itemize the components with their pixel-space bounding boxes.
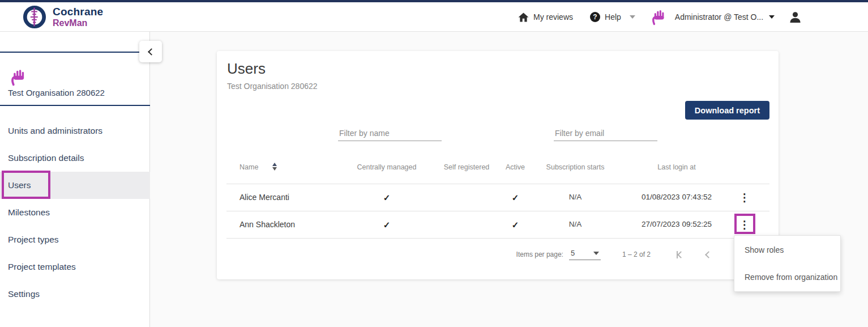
download-report-button[interactable]: Download report (685, 101, 769, 120)
page-subtitle: Test Organisation 280622 (227, 82, 318, 91)
first-page-button[interactable] (677, 251, 683, 258)
help-caret-down-icon[interactable] (630, 15, 635, 19)
cell-subscription-starts: N/A (569, 220, 582, 228)
sidebar-divider-bottom (0, 105, 150, 106)
sort-up-arrow (272, 163, 277, 166)
sidebar-org-name: Test Organisation 280622 (8, 88, 105, 97)
sidebar-item-settings[interactable]: Settings (0, 281, 150, 308)
caret-down-icon (593, 252, 599, 255)
sidebar-item-users[interactable]: Users (0, 172, 150, 199)
pagination-range: 1 – 2 of 2 (622, 250, 651, 258)
filter-by-email-field (554, 127, 657, 141)
sidebar-collapse-button[interactable] (139, 41, 162, 62)
top-bar: Cochrane RevMan My reviews ? Help Admini… (0, 2, 868, 32)
column-header-name[interactable]: Name (240, 163, 258, 171)
organization-hand-icon (10, 68, 26, 87)
row-actions-context-menu: Show roles Remove from organization (734, 235, 841, 292)
home-icon (518, 12, 529, 22)
app-window: Cochrane RevMan My reviews ? Help Admini… (0, 0, 868, 327)
pagination-controls (677, 251, 739, 258)
cell-last-login-at: 27/07/2023 09:52:25 (642, 220, 712, 228)
account-caret-down-icon[interactable] (769, 15, 775, 19)
check-icon: ✓ (383, 220, 391, 230)
items-per-page-select[interactable]: 5 (569, 249, 601, 260)
check-icon: ✓ (383, 193, 391, 203)
column-header-active: Active (506, 163, 525, 171)
sort-icon[interactable] (272, 163, 277, 171)
filter-by-email-input[interactable] (554, 127, 657, 141)
account-menu[interactable]: Administrator @ Test O... (675, 12, 763, 22)
column-header-subscription-starts: Subscription starts (546, 163, 605, 171)
help-icon: ? (590, 12, 600, 22)
brand-line1: Cochrane (53, 6, 103, 18)
items-per-page-label: Items per page: (516, 250, 563, 258)
column-header-self-registered: Self registered (444, 163, 490, 171)
menu-item-remove-from-organization[interactable]: Remove from organization (734, 264, 840, 291)
brand-wordmark[interactable]: Cochrane RevMan (53, 6, 103, 28)
user-profile-icon[interactable] (789, 11, 801, 23)
check-icon: ✓ (512, 193, 519, 203)
chevron-left-icon (148, 48, 155, 56)
column-header-last-login-at: Last login at (657, 163, 695, 171)
table-divider (226, 184, 769, 184)
previous-page-button[interactable] (706, 252, 711, 257)
check-icon: ✓ (512, 220, 519, 230)
my-reviews-link[interactable]: My reviews (533, 12, 573, 22)
filter-by-name-field (338, 127, 442, 141)
cochrane-logo-icon (23, 5, 46, 29)
cell-subscription-starts: N/A (569, 193, 582, 201)
cell-name: Ann Shackleton (240, 220, 295, 229)
cell-name: Alice Mercanti (240, 193, 289, 202)
chevron-left-icon (705, 251, 712, 258)
page-title: Users (227, 60, 266, 78)
sidebar-item-subscription-details[interactable]: Subscription details (0, 145, 150, 172)
menu-item-show-roles[interactable]: Show roles (734, 236, 840, 264)
sidebar: Test Organisation 280622 Units and admin… (0, 32, 150, 327)
items-per-page-value: 5 (571, 249, 575, 257)
sidebar-item-milestones[interactable]: Milestones (0, 199, 150, 226)
table-divider (226, 238, 769, 239)
top-accent-strip (0, 0, 868, 2)
table-divider (226, 211, 769, 211)
column-header-centrally-managed: Centrally managed (357, 163, 417, 171)
help-link[interactable]: Help (605, 12, 621, 22)
kebab-menu-icon[interactable]: ⋮ (736, 191, 754, 204)
filter-by-name-input[interactable] (338, 127, 442, 141)
sidebar-item-units-and-administrators[interactable]: Units and administrators (0, 117, 150, 145)
sidebar-item-project-templates[interactable]: Project templates (0, 253, 150, 281)
sort-down-arrow (272, 167, 277, 171)
sidebar-nav: Units and administrators Subscription de… (0, 117, 150, 308)
pagination: Items per page: 5 1 – 2 of 2 (516, 246, 739, 263)
sidebar-item-project-types[interactable]: Project types (0, 226, 150, 253)
kebab-menu-icon[interactable]: ⋮ (736, 218, 754, 231)
users-panel: Users Test Organisation 280622 Download … (217, 51, 779, 279)
chevron-left-icon (677, 251, 685, 258)
top-navigation: My reviews ? Help Administrator @ Test O… (518, 2, 801, 32)
sidebar-divider-top (0, 52, 139, 53)
brand-line2: RevMan (53, 18, 103, 28)
cell-last-login-at: 01/08/2023 07:43:52 (642, 193, 712, 201)
organization-hand-icon (651, 9, 666, 26)
